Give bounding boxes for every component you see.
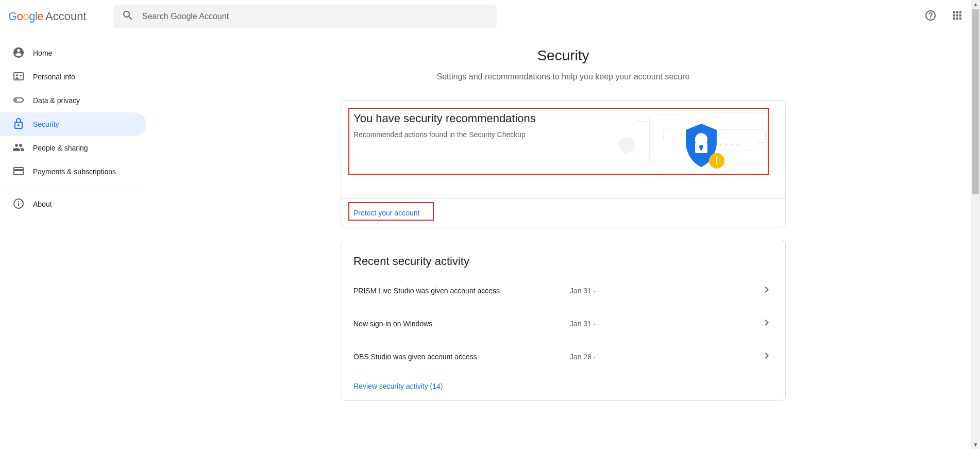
sidebar-item-label: Personal info (33, 73, 75, 81)
info-icon (12, 197, 25, 211)
recent-activity-title: Recent security activity (341, 240, 785, 274)
header-actions (920, 6, 972, 27)
chevron-right-icon (761, 284, 773, 297)
main-content: Security Settings and recommendations to… (146, 33, 980, 449)
sidebar-divider (0, 188, 146, 188)
protect-account-link[interactable]: Protect your account (353, 209, 419, 217)
sidebar-item-label: Payments & subscriptions (33, 168, 116, 176)
apps-grid-icon (951, 9, 964, 24)
apps-button[interactable] (947, 6, 968, 27)
lock-icon (12, 118, 25, 131)
reco-card-title: You have security recommendations (353, 112, 536, 125)
page-title: Security (437, 47, 690, 64)
activity-text: OBS Studio was given account access (353, 353, 570, 361)
sidebar-item-home[interactable]: Home (0, 41, 146, 65)
activity-row[interactable]: New sign-in on Windows Jan 31 · (341, 307, 785, 340)
security-recommendations-card: You have security recommendations Recomm… (341, 100, 786, 227)
activity-row[interactable]: PRISM Live Studio was given account acce… (341, 274, 785, 307)
sidebar-item-about[interactable]: About (0, 192, 146, 216)
chevron-right-icon (761, 350, 773, 363)
sidebar-item-people-sharing[interactable]: People & sharing (0, 136, 146, 160)
recent-activity-card: Recent security activity PRISM Live Stud… (341, 240, 786, 401)
scrollbar-thumb[interactable] (972, 9, 979, 194)
sidebar-nav: Home Personal info Data & privacy Securi… (0, 33, 146, 449)
page-header: Security Settings and recommendations to… (437, 47, 690, 81)
search-bar[interactable] (113, 5, 497, 28)
activity-text: New sign-in on Windows (353, 320, 570, 328)
sidebar-item-label: Home (33, 49, 52, 57)
reco-card-subtitle: Recommended actions found in the Securit… (353, 130, 536, 139)
search-icon (122, 9, 134, 24)
logo-account-text: Account (45, 10, 87, 23)
activity-date: Jan 31 · (570, 320, 596, 328)
activity-date: Jan 31 · (570, 287, 596, 295)
scroll-up-arrow-icon[interactable]: ▲ (971, 0, 980, 9)
people-icon (12, 141, 25, 155)
app-header: Google Account (0, 0, 980, 33)
sidebar-item-label: Security (33, 120, 59, 128)
help-button[interactable] (920, 6, 941, 27)
logo[interactable]: Google Account (8, 10, 113, 23)
page-subtitle: Settings and recommendations to help you… (437, 72, 690, 81)
credit-card-icon (12, 165, 25, 179)
toggle-icon (12, 94, 25, 108)
google-logo: Google (8, 10, 43, 23)
scroll-down-arrow-icon[interactable]: ▼ (971, 440, 980, 449)
warning-badge-icon: ! (709, 153, 724, 169)
activity-row[interactable]: OBS Studio was given account access Jan … (341, 340, 785, 373)
help-icon (924, 9, 937, 24)
sidebar-item-security[interactable]: Security (0, 112, 146, 136)
sidebar-item-label: About (33, 200, 52, 208)
search-input[interactable] (142, 12, 488, 21)
sidebar-item-label: People & sharing (33, 144, 88, 152)
sidebar-item-personal-info[interactable]: Personal info (0, 65, 146, 89)
id-card-icon (12, 70, 25, 84)
review-activity-link[interactable]: Review security activity (14) (353, 382, 443, 390)
activity-text: PRISM Live Studio was given account acce… (353, 287, 570, 295)
security-illustration: ! (613, 112, 773, 169)
sidebar-item-data-privacy[interactable]: Data & privacy (0, 89, 146, 112)
scrollbar[interactable]: ▲ ▼ (971, 0, 980, 449)
sidebar-item-payments[interactable]: Payments & subscriptions (0, 160, 146, 184)
chevron-right-icon (761, 317, 773, 330)
home-icon (12, 46, 25, 60)
svg-rect-2 (700, 147, 702, 151)
sidebar-item-label: Data & privacy (33, 96, 80, 105)
activity-date: Jan 28 · (570, 353, 596, 361)
